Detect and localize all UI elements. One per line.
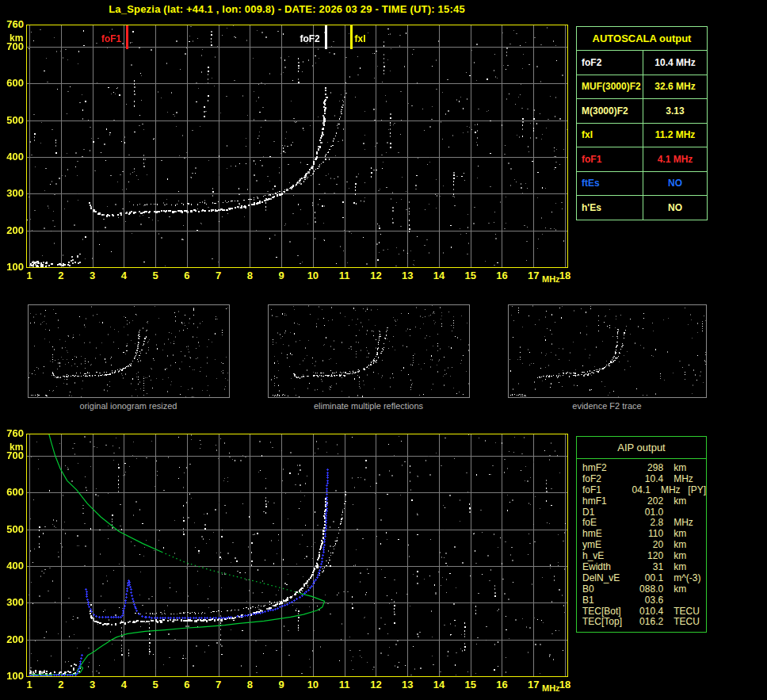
param-label: h'Es — [577, 196, 643, 220]
thumb-original-canvas — [29, 305, 229, 397]
param-value: 31 — [636, 562, 663, 573]
param-unit: m^(-3) — [674, 573, 706, 584]
aip-output-panel: AIP output hmF2298kmfoF210.4MHzfoF104.1M… — [576, 436, 707, 633]
aip-row-d1: D101.0 — [577, 507, 706, 518]
y-tick-label: 600 — [2, 487, 24, 498]
ionogram-plot-bottom — [26, 434, 568, 677]
x-tick-label: 16 — [490, 679, 513, 690]
param-name: foF1 — [582, 485, 628, 496]
axis-unit-km: km — [10, 442, 23, 453]
x-tick-label: 4 — [112, 679, 135, 690]
param-value: 20 — [636, 540, 663, 551]
x-tick-label: 12 — [364, 679, 387, 690]
marker-label-fof1: foF1 — [90, 33, 121, 44]
param-value: 10.4 MHz — [643, 51, 707, 75]
x-tick-label: 9 — [269, 270, 293, 281]
param-label: foF1 — [577, 147, 643, 171]
x-tick-label: 8 — [238, 270, 261, 281]
param-value: 10.4 — [636, 474, 663, 485]
param-unit: TECU — [674, 606, 706, 618]
param-unit: MHz — [674, 474, 706, 485]
param-value: 120 — [636, 551, 663, 562]
x-tick-label: 14 — [427, 270, 451, 281]
x-tick-label: 6 — [175, 270, 199, 281]
param-unit — [674, 595, 706, 606]
aip-row-fof2: foF210.4MHz — [577, 474, 706, 485]
x-tick-label: 11 — [333, 270, 357, 281]
y-tick-label: 400 — [2, 151, 24, 163]
autoscala-header: AUTOSCALA output — [577, 27, 707, 51]
thumb-caption-original: original ionogram resized — [25, 401, 231, 411]
y-tick-label: 200 — [2, 634, 24, 645]
thumb-caption-evidence: evidence F2 trace — [504, 401, 710, 411]
x-tick-label: 1 — [17, 679, 41, 690]
x-tick-label: 10 — [301, 679, 325, 690]
param-unit — [674, 507, 706, 518]
aip-row-hmf1: hmF1202km — [577, 496, 706, 507]
axis-unit-mhz: MHz — [542, 274, 560, 284]
param-extra: [PY] — [688, 485, 706, 496]
y-tick-label: 200 — [2, 225, 24, 236]
x-tick-label: 13 — [395, 679, 419, 690]
ionogram-plot-top — [26, 25, 568, 268]
y-tick-label: 500 — [2, 115, 24, 126]
param-label: fxI — [577, 124, 643, 147]
aip-row-hme: hmE110km — [577, 529, 706, 540]
autoscala-row-hes: h'EsNO — [577, 196, 707, 220]
param-name: hmF1 — [582, 496, 636, 507]
x-tick-label: 11 — [333, 679, 357, 690]
x-tick-label: 2 — [49, 270, 73, 281]
x-tick-label: 16 — [490, 270, 513, 281]
param-unit: MHz — [674, 518, 706, 529]
param-name: DelN_vE — [582, 573, 636, 584]
autoscala-row-fxi: fxI11.2 MHz — [577, 124, 707, 148]
autoscala-row-fof1: foF14.1 MHz — [577, 147, 707, 172]
param-unit: km — [674, 584, 706, 595]
x-tick-label: 10 — [301, 270, 325, 281]
y-tick-label: 300 — [2, 597, 24, 608]
ionogram-canvas-top — [26, 25, 568, 268]
autoscala-row-fof2: foF210.4 MHz — [577, 51, 707, 75]
y-tick-label: 760 — [2, 19, 24, 30]
aip-row-b1: B103.6 — [577, 595, 706, 606]
autoscala-row-muf3000f2: MUF(3000)F232.6 MHz — [577, 75, 707, 100]
x-tick-label: 15 — [459, 270, 483, 281]
param-value: NO — [643, 172, 707, 196]
x-tick-label: 8 — [238, 679, 261, 690]
param-value: 04.1 — [628, 485, 651, 496]
param-value: 11.2 MHz — [643, 124, 707, 147]
x-tick-label: 13 — [395, 270, 419, 281]
aip-rows: hmF2298kmfoF210.4MHzfoF104.1MHz[PY]hmF12… — [577, 463, 706, 628]
y-tick-label: 760 — [2, 428, 24, 439]
marker-label-fof2: foF2 — [288, 33, 320, 44]
thumb-eliminate-reflections — [268, 304, 470, 398]
thumb-eliminate-canvas — [269, 305, 469, 397]
param-label: ftEs — [577, 172, 643, 196]
x-tick-label: 7 — [207, 270, 231, 281]
y-tick-label: 500 — [2, 524, 24, 535]
aip-row-foe: foE2.8MHz — [577, 518, 706, 529]
aip-row-hmf2: hmF2298km — [577, 463, 706, 474]
param-value: 110 — [636, 529, 663, 540]
autoscala-screen: La_Spezia (lat: +44.1 , lon: 009.8) - DA… — [0, 0, 767, 700]
param-value: 00.1 — [636, 573, 663, 584]
param-value: 298 — [636, 463, 663, 474]
param-unit: TECU — [674, 617, 706, 628]
marker-label-fxi: fxI — [355, 33, 387, 44]
thumb-original-ionogram — [28, 304, 230, 398]
x-tick-label: 6 — [175, 679, 199, 690]
x-tick-label: 5 — [143, 679, 167, 690]
thumb-caption-eliminate: eliminate multiple reflections — [265, 401, 471, 411]
autoscala-output-panel: AUTOSCALA output foF210.4 MHzMUF(3000)F2… — [576, 26, 708, 220]
param-name: hmF2 — [582, 463, 636, 474]
y-tick-label: 300 — [2, 188, 24, 199]
param-value: NO — [643, 196, 707, 220]
thumb-evidence-canvas — [509, 305, 706, 397]
x-tick-label: 1 — [17, 270, 41, 281]
param-value: 01.0 — [636, 507, 663, 518]
x-tick-label: 15 — [459, 679, 483, 690]
param-name: foE — [582, 518, 636, 529]
aip-row-yme: ymE20km — [577, 540, 706, 551]
axis-unit-km: km — [10, 33, 23, 44]
axis-unit-mhz: MHz — [542, 683, 560, 693]
